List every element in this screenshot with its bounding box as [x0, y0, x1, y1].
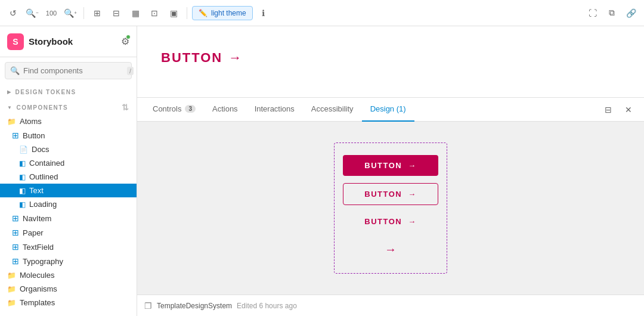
top-toolbar: ↺ 🔍− 100 🔍+ ⊞ ⊟ ▦ ⊡ ▣ ✏️ light theme ℹ ⛶… [0, 0, 644, 26]
components-label: COMPONENTS [16, 104, 68, 111]
preview-arrow: → [228, 50, 243, 66]
sidebar-item-label: TextField [23, 243, 54, 252]
toolbar-right: ⛶ ⧉ 🔗 [584, 5, 639, 21]
tabs-row: Controls 3 Actions Interactions Accessib… [137, 98, 644, 122]
sidebar-item-label: Docs [32, 145, 49, 154]
tab-controls[interactable]: Controls 3 [144, 98, 204, 122]
demo-text-button[interactable]: BUTTON → [343, 212, 438, 231]
zoom-reset-icon[interactable]: 100 [43, 5, 60, 21]
theme-button[interactable]: ✏️ light theme [192, 6, 253, 20]
sidebar-item-contained[interactable]: ◧ Contained [0, 156, 137, 170]
demo-container: BUTTON → BUTTON → BUTTON → → [334, 142, 447, 274]
sidebar-item-docs[interactable]: 📄 Docs [0, 142, 137, 156]
design-tokens-label: DESIGN TOKENS [16, 89, 76, 95]
sidebar-item-typography[interactable]: ⊞ Typography [0, 254, 137, 268]
sidebar-item-label: Atoms [20, 117, 42, 126]
sidebar-item-textfield[interactable]: ⊞ TextField [0, 240, 137, 254]
grid4-icon[interactable]: ⊡ [146, 5, 163, 21]
app-title: Storybook [29, 36, 73, 47]
demo-icon-button[interactable]: → [380, 238, 401, 261]
search-box[interactable]: 🔍 / [5, 62, 132, 79]
docs-icon: 📄 [19, 145, 28, 154]
story-icon: ◧ [19, 200, 26, 209]
search-icon: 🔍 [10, 66, 20, 75]
sidebar-item-loading[interactable]: ◧ Loading [0, 197, 137, 211]
sidebar-item-label: Contained [29, 159, 64, 168]
chevron-right-icon: ▶ [7, 89, 12, 95]
story-icon: ◧ [19, 159, 26, 168]
new-tab-icon[interactable]: ⧉ [603, 5, 620, 21]
contained-button-label: BUTTON [364, 161, 402, 170]
sidebar-item-templates[interactable]: 📁 Templates [0, 296, 137, 309]
sidebar-item-organisms[interactable]: 📁 Organisms [0, 282, 137, 296]
close-panel-icon[interactable]: ✕ [620, 101, 637, 118]
sidebar-item-molecules[interactable]: 📁 Molecules [0, 268, 137, 282]
tab-interactions[interactable]: Interactions [246, 98, 303, 122]
split-view-icon[interactable]: ⊟ [600, 101, 617, 118]
outlined-button-label: BUTTON [364, 190, 402, 199]
search-input[interactable] [23, 66, 123, 75]
theme-label: light theme [211, 9, 246, 17]
zoom-in-icon[interactable]: 🔍+ [62, 5, 79, 21]
sidebar-item-label: Templates [20, 298, 55, 307]
tab-accessibility[interactable]: Accessibility [303, 98, 362, 122]
demo-outlined-button[interactable]: BUTTON → [343, 183, 438, 205]
collapse-icon[interactable]: ⇅ [122, 103, 130, 112]
grid1-icon[interactable]: ⊞ [89, 5, 106, 21]
components-section[interactable]: ▼ COMPONENTS ⇅ [0, 98, 137, 114]
sidebar-item-label: Button [23, 131, 45, 140]
link-icon[interactable]: 🔗 [623, 5, 639, 21]
grid3-icon[interactable]: ▦ [127, 5, 144, 21]
settings-icon[interactable]: ⚙ [121, 36, 129, 47]
sidebar-header: S Storybook ⚙ [0, 26, 137, 57]
sidebar-item-label: Outlined [29, 172, 58, 181]
fullscreen-icon[interactable]: ⛶ [584, 5, 601, 21]
sidebar-item-label: Text [29, 186, 44, 195]
sidebar-item-label: Typography [23, 257, 63, 266]
story-icon: ◧ [19, 173, 26, 181]
search-shortcut: / [127, 67, 134, 75]
info-icon[interactable]: ℹ [255, 5, 272, 21]
component-icon: ⊞ [12, 242, 19, 252]
sidebar-item-text[interactable]: ◧ Text [0, 184, 137, 197]
design-tokens-section[interactable]: ▶ DESIGN TOKENS [0, 84, 137, 98]
zoom-out-icon[interactable]: 🔍− [24, 5, 41, 21]
sidebar-item-label: NavItem [23, 214, 51, 223]
sidebar-item-label: Organisms [20, 284, 57, 293]
component-icon: ⊞ [12, 228, 19, 237]
main-layout: S Storybook ⚙ 🔍 / ▶ DESIGN TOKENS ▼ COMP… [0, 26, 644, 316]
figma-icon: ❐ [144, 301, 152, 311]
text-button-arrow: → [408, 217, 417, 226]
tab-controls-badge: 3 [185, 105, 196, 113]
toolbar-separator-2 [187, 7, 187, 19]
chevron-down-icon: ▼ [7, 105, 13, 110]
status-bar: ❐ TemplateDesignSystem Edited 6 hours ag… [137, 295, 644, 316]
text-button-label: BUTTON [364, 217, 402, 226]
addons-panel: BUTTON → BUTTON → BUTTON → → [137, 122, 644, 295]
folder-icon: 📁 [7, 299, 16, 307]
tab-actions[interactable]: Actions [204, 98, 246, 122]
sidebar-item-navitem[interactable]: ⊞ NavItem [0, 211, 137, 225]
component-icon: ⊞ [12, 131, 19, 140]
grid2-icon[interactable]: ⊟ [108, 5, 125, 21]
preview-title: BUTTON → [161, 50, 243, 66]
component-icon: ⊞ [12, 213, 19, 223]
outlined-button-arrow: → [408, 190, 417, 199]
sidebar-item-atoms[interactable]: 📁 Atoms [0, 114, 137, 128]
tab-interactions-label: Interactions [255, 104, 295, 113]
sidebar-item-label: Loading [29, 200, 57, 209]
sidebar-item-button[interactable]: ⊞ Button [0, 128, 137, 142]
status-text: TemplateDesignSystem [157, 302, 232, 310]
demo-contained-button[interactable]: BUTTON → [343, 155, 438, 176]
reset-icon[interactable]: ↺ [5, 5, 21, 21]
tab-design[interactable]: Design (1) [362, 98, 414, 122]
grid5-icon[interactable]: ▣ [165, 5, 182, 21]
pencil-icon: ✏️ [199, 9, 208, 17]
preview-title-text: BUTTON [161, 50, 222, 66]
tab-accessibility-label: Accessibility [311, 104, 354, 113]
status-sub-text: Edited 6 hours ago [237, 302, 297, 310]
folder-icon: 📁 [7, 271, 16, 280]
component-icon: ⊞ [12, 256, 19, 266]
sidebar-item-paper[interactable]: ⊞ Paper [0, 225, 137, 240]
sidebar-item-outlined[interactable]: ◧ Outlined [0, 170, 137, 184]
